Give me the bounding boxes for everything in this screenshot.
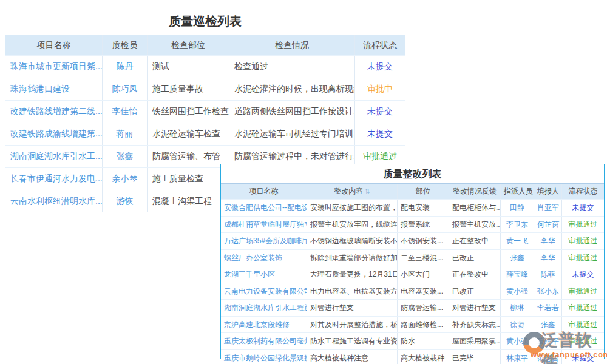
table-row[interactable]: 重庆太极制药有限公司亳州中... 防水工程施工选调有专业资质... 防水 屋面采… — [221, 332, 604, 349]
table-row[interactable]: 重庆市鹅岭公园绿化景观提升... 高大植被栽种注意 高大植被栽种 已完毕 林康平… — [221, 349, 604, 364]
project-name-link[interactable]: 成都杜甫草堂临时展厅独立展... — [221, 217, 307, 233]
project-name-link[interactable]: 长春市伊通河水力发电... — [5, 168, 103, 190]
sort-icon[interactable]: ⇅ — [365, 188, 370, 195]
table-row[interactable]: 龙湖三千里小区 大理石质量更换，12月31日之... 小区大门 正在整改中 薛宝… — [221, 266, 604, 283]
reporter-link[interactable]: 肖亚军 — [534, 200, 562, 216]
project-name-link[interactable]: 云南电力设备安装有限公司20... — [221, 283, 307, 300]
column-header-assignee: 指派人员 — [501, 184, 534, 199]
inspection-part: 施工质量检查 — [148, 168, 229, 190]
inspection-situation: 水泥砼运输车司机经过专门培训... — [229, 123, 355, 145]
project-name-link[interactable]: 湖南洞庭湖水库引水工程施工标 — [221, 300, 307, 316]
column-header-inspector: 质检员 — [103, 35, 148, 55]
project-name-link[interactable]: 改建铁路线增建第二线... — [5, 101, 103, 123]
column-header-part: 部位 — [398, 184, 449, 199]
project-name-link[interactable]: 珠海市城市更新项目紫... — [5, 56, 103, 78]
rectify-feedback: 配电柜柜体与... — [449, 200, 501, 216]
reporter-link[interactable]: 范思哲 — [534, 350, 562, 364]
rectify-part: 防水 — [398, 333, 449, 349]
reporter-link[interactable]: 何芷茵 — [534, 217, 562, 233]
column-header-feedback: 整改情况反馈 — [449, 184, 501, 199]
table-row[interactable]: 云南电力设备安装有限公司20... 电力电容器、电抗器安装方案,... 电容器安… — [221, 283, 604, 300]
rectify-feedback: 报警主机安放... — [449, 217, 501, 233]
inspection-part: 混凝土沟渠工程 — [148, 190, 229, 212]
status-badge: 未提交 — [562, 350, 604, 364]
inspection-situation: 道路两侧铁丝网围挡工作按设计... — [229, 101, 355, 123]
rectify-feedback: 正在整改中 — [449, 233, 501, 249]
table-row[interactable]: 成都杜甫草堂临时展厅独立展... 报警主机安放牢固，线缆连接... 报警系统 报… — [221, 216, 604, 233]
project-name-link[interactable]: 改建铁路成渝线增建第... — [5, 123, 103, 145]
reporter-link[interactable]: 李华 — [534, 250, 562, 266]
project-name-link[interactable]: 珠海鹤港口建设 — [5, 78, 103, 100]
table-row[interactable]: 改建铁路成渝线增建第... 蒋丽 水泥砼运输车检查 水泥砼运输车司机经过专门培训… — [5, 123, 405, 145]
column-header-reporter: 填报人 — [534, 184, 562, 199]
status-badge: 审批通过 — [562, 217, 604, 233]
assignee-link[interactable]: 黄一飞 — [501, 233, 534, 249]
assignee-link[interactable]: 黄小强 — [501, 283, 534, 300]
inspector-link[interactable]: 游恢 — [103, 190, 148, 212]
project-name-link[interactable]: 安徽合肥供电公司--配电设备... — [221, 200, 307, 216]
rectify-content: 高大植被栽种注意 — [307, 350, 398, 364]
assignee-link[interactable]: 黄小强 — [501, 333, 534, 349]
inspector-link[interactable]: 陈巧凤 — [103, 78, 148, 100]
rectification-table-header: 项目名称 整改内容⇅ 部位 整改情况反馈 指派人员 填报人 流程状态 — [221, 183, 604, 199]
rectify-part: 路面维修检... — [398, 317, 449, 333]
status-badge: 审批通过 — [562, 250, 604, 266]
project-name-link[interactable]: 万达广场35#会所及咖啡厅空... — [221, 233, 307, 249]
project-name-link[interactable]: 湖南洞庭湖水库引水工... — [5, 146, 103, 167]
inspector-link[interactable]: 李佳怡 — [103, 101, 148, 123]
inspection-table-header: 项目名称 质检员 检查部位 检查情况 流程状态 — [5, 35, 405, 55]
status-badge: 审批通过 — [562, 283, 604, 300]
rectify-part: 电容器安装... — [398, 283, 449, 300]
reporter-link[interactable]: 李若若 — [534, 300, 562, 316]
table-row[interactable]: 安徽合肥供电公司--配电设备... 安装时应按施工图的布置，将... 配电安装 … — [221, 199, 604, 216]
reporter-link[interactable]: 张鑫 — [534, 317, 562, 333]
inspection-part: 铁丝网围挡工作检查 — [148, 101, 229, 123]
table-row[interactable]: 京沪高速北京段维修 对其及时开展整治措施，桥头... 路面维修检... 补齐缺失… — [221, 316, 604, 333]
assignee-link[interactable]: 柳琳 — [501, 300, 534, 316]
reporter-link[interactable]: 张小东 — [534, 283, 562, 300]
inspection-table-title: 质量巡检列表 — [5, 8, 405, 35]
project-name-link[interactable]: 龙湖三千里小区 — [221, 266, 307, 283]
rectify-content: 报警主机安放牢固，线缆连接... — [307, 217, 398, 233]
project-name-link[interactable]: 重庆太极制药有限公司亳州中... — [221, 333, 307, 349]
rectification-table-title: 质量整改列表 — [221, 164, 604, 183]
assignee-link[interactable]: 薛宝峰 — [501, 266, 534, 283]
assignee-link[interactable]: 田静 — [501, 200, 534, 216]
status-badge: 未提交 — [562, 200, 604, 216]
project-name-link[interactable]: 螺丝厂办公室装饰 — [221, 250, 307, 266]
rectify-content: 对管进行垫支 — [307, 300, 398, 316]
reporter-link[interactable]: 李华 — [534, 233, 562, 249]
status-badge: 审批中 — [355, 78, 405, 100]
assignee-link[interactable]: 徐贤 — [501, 317, 534, 333]
inspection-part: 施工质量事故 — [148, 78, 229, 100]
table-row[interactable]: 改建铁路线增建第二线... 李佳怡 铁丝网围挡工作检查 道路两侧铁丝网围挡工作按… — [5, 100, 405, 123]
rectify-feedback: 对管进行垫支 — [449, 300, 501, 316]
project-name-link[interactable]: 云南水利枢纽潜明水库... — [5, 190, 103, 212]
reporter-link[interactable]: 陈菲 — [534, 266, 562, 283]
rectify-part: 防腐管运输... — [398, 300, 449, 316]
rectify-content: 不锈钢边框玻璃隔断安装不牢... — [307, 233, 398, 249]
rectify-feedback: 补齐缺失标志... — [449, 317, 501, 333]
column-header-project: 项目名称 — [5, 35, 103, 55]
assignee-link[interactable]: 林康平 — [501, 350, 534, 364]
column-header-content-sortable[interactable]: 整改内容⇅ — [307, 184, 398, 199]
status-badge: 审批通过 — [562, 333, 604, 349]
assignee-link[interactable]: 张鑫 — [501, 250, 534, 266]
reporter-link[interactable]: 董清平 — [534, 333, 562, 349]
project-name-link[interactable]: 京沪高速北京段维修 — [221, 317, 307, 333]
inspector-link[interactable]: 张鑫 — [103, 146, 148, 167]
table-row[interactable]: 螺丝厂办公室装饰 拆除到承重墙部分请做好加固... 二至三楼混... 已改正 张… — [221, 249, 604, 266]
table-row[interactable]: 万达广场35#会所及咖啡厅空... 不锈钢边框玻璃隔断安装不牢... 不锈钢安装… — [221, 232, 604, 249]
inspector-link[interactable]: 蒋丽 — [103, 123, 148, 145]
rectify-feedback: 已完毕 — [449, 350, 501, 364]
column-header-status: 流程状态 — [562, 184, 604, 199]
table-row[interactable]: 湖南洞庭湖水库引水工程施工标 对管进行垫支 防腐管运输... 对管进行垫支 柳琳… — [221, 299, 604, 316]
inspector-link[interactable]: 陈丹 — [103, 56, 148, 78]
column-header-content-label: 整改内容 — [334, 187, 363, 195]
status-badge: 未提交 — [355, 123, 405, 145]
table-row[interactable]: 珠海市城市更新项目紫... 陈丹 测试 检查通过 未提交 — [5, 55, 405, 78]
assignee-link[interactable]: 李卫东 — [501, 217, 534, 233]
project-name-link[interactable]: 重庆市鹅岭公园绿化景观提升... — [221, 350, 307, 364]
inspector-link[interactable]: 余小琴 — [103, 168, 148, 190]
table-row[interactable]: 珠海鹤港口建设 陈巧凤 施工质量事故 水泥砼灌注的时候，出现离析现象 审批中 — [5, 78, 405, 100]
